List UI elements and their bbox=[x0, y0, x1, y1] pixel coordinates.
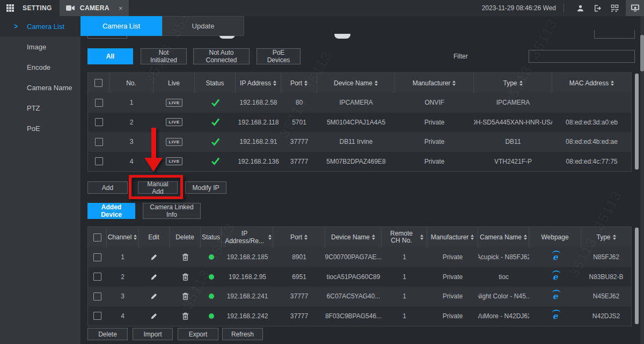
table-scrollbar[interactable] bbox=[635, 228, 639, 324]
col-type[interactable]: Type bbox=[474, 73, 552, 93]
table-scrollbar[interactable] bbox=[635, 74, 639, 170]
row-ip: 192.168.2.136 bbox=[236, 152, 281, 172]
logout-icon[interactable] bbox=[589, 0, 606, 16]
modify-ip-button[interactable]: Modify IP bbox=[185, 181, 226, 194]
tab-added-device[interactable]: Added Device bbox=[87, 203, 135, 219]
row-ip: 192.168.2.241 bbox=[222, 287, 273, 306]
toggle-switch-partial[interactable] bbox=[334, 34, 350, 39]
edit-pencil-icon[interactable] bbox=[150, 312, 158, 320]
edit-pencil-icon[interactable] bbox=[150, 292, 158, 300]
refresh-button[interactable]: Refresh bbox=[222, 328, 263, 340]
apps-grid-icon[interactable] bbox=[0, 0, 20, 16]
row-checkbox[interactable] bbox=[93, 273, 101, 281]
cut-off-button[interactable] bbox=[594, 30, 635, 39]
delete-trash-icon[interactable] bbox=[182, 312, 189, 320]
table-row: 1 LIVE 192.168.2.58 80 IPCAMERA ONVIF IP… bbox=[88, 93, 631, 113]
sort-icon[interactable] bbox=[134, 235, 137, 240]
monitor-icon[interactable] bbox=[626, 0, 644, 16]
col-device-name[interactable]: Device Name bbox=[325, 227, 382, 247]
sort-icon[interactable] bbox=[304, 235, 308, 240]
tab-update[interactable]: Update bbox=[162, 16, 244, 36]
row-checkbox[interactable] bbox=[93, 312, 101, 320]
live-badge[interactable]: LIVE bbox=[166, 138, 182, 146]
tab-camera-linked-info[interactable]: Camera Linked Info bbox=[143, 203, 201, 219]
tab-camera-list[interactable]: Camera List bbox=[80, 16, 162, 36]
filter-not-initialized-button[interactable]: Not Initialized bbox=[141, 48, 187, 64]
export-button[interactable]: Export bbox=[178, 328, 218, 340]
delete-trash-icon[interactable] bbox=[182, 292, 189, 300]
table-row: 3 192.168.2.241 37777 6C07AC5YAG40... 1 … bbox=[88, 287, 631, 306]
row-checkbox[interactable] bbox=[93, 292, 101, 301]
sort-icon[interactable] bbox=[372, 235, 375, 240]
sort-icon[interactable] bbox=[524, 235, 527, 240]
select-all-checkbox[interactable] bbox=[93, 233, 101, 241]
sidebar-item-camera-list[interactable]: > Camera List bbox=[0, 16, 80, 36]
select-all-checkbox[interactable] bbox=[94, 79, 103, 87]
filter-label: Filter bbox=[453, 48, 468, 64]
sort-icon[interactable] bbox=[519, 80, 523, 86]
col-manufacturer[interactable]: Manufacturer bbox=[427, 227, 478, 247]
sidebar-item-encode[interactable]: Encode bbox=[0, 57, 80, 77]
col-type[interactable]: Type bbox=[581, 227, 631, 247]
sort-icon[interactable] bbox=[273, 80, 276, 86]
delete-button[interactable]: Delete bbox=[87, 328, 128, 340]
live-badge[interactable]: LIVE bbox=[166, 118, 182, 126]
qrcode-icon[interactable] bbox=[606, 0, 623, 16]
sidebar-item-image[interactable]: Image bbox=[0, 36, 80, 57]
tab-setting[interactable]: SETTING bbox=[20, 0, 60, 16]
sort-icon[interactable] bbox=[471, 235, 474, 240]
sort-icon[interactable] bbox=[452, 80, 456, 86]
row-remote-ch: 1 bbox=[382, 247, 427, 267]
filter-input[interactable] bbox=[529, 50, 635, 63]
sidebar-item-poe[interactable]: PoE bbox=[0, 118, 80, 138]
webpage-browser-icon[interactable]: e bbox=[553, 252, 558, 262]
edit-pencil-icon[interactable] bbox=[150, 253, 158, 261]
row-checkbox[interactable] bbox=[95, 157, 103, 165]
page-scrollbar-thumb[interactable] bbox=[640, 35, 644, 71]
live-badge[interactable]: LIVE bbox=[166, 99, 182, 107]
row-device-name: tiocA51PAG60C89 bbox=[325, 267, 382, 287]
row-checkbox[interactable] bbox=[95, 138, 103, 146]
row-checkbox[interactable] bbox=[95, 118, 103, 126]
webpage-browser-icon[interactable]: e bbox=[553, 272, 558, 282]
user-icon[interactable] bbox=[572, 0, 589, 16]
webpage-browser-icon[interactable]: e bbox=[553, 311, 558, 321]
row-checkbox[interactable] bbox=[93, 253, 101, 261]
live-badge[interactable]: LIVE bbox=[166, 157, 182, 165]
sort-icon[interactable] bbox=[268, 235, 272, 240]
delete-trash-icon[interactable] bbox=[182, 253, 189, 261]
col-remote-ch-no[interactable]: Remote CH No. bbox=[382, 227, 427, 247]
row-checkbox[interactable] bbox=[95, 99, 103, 107]
webpage-browser-icon[interactable]: e bbox=[553, 291, 558, 301]
close-icon[interactable]: × bbox=[119, 4, 123, 12]
import-button[interactable]: Import bbox=[133, 328, 173, 340]
col-mac-address[interactable]: MAC Address bbox=[552, 73, 631, 93]
status-online-dot bbox=[209, 274, 214, 280]
col-camera-name[interactable]: Camera Name bbox=[478, 227, 529, 247]
setting-label: SETTING bbox=[23, 4, 52, 12]
sidebar-item-camera-name[interactable]: Camera Name bbox=[0, 77, 80, 98]
col-port[interactable]: Port bbox=[281, 73, 317, 93]
delete-trash-icon[interactable] bbox=[182, 273, 189, 281]
sort-icon[interactable] bbox=[375, 80, 378, 86]
col-manufacturer[interactable]: Manufacturer bbox=[395, 73, 474, 93]
filter-all-button[interactable]: All bbox=[87, 48, 133, 64]
row-manufacturer: ONVIF bbox=[395, 93, 474, 113]
sidebar-item-ptz[interactable]: PTZ bbox=[0, 98, 80, 118]
filter-not-auto-connected-button[interactable]: Not Auto Connected bbox=[193, 48, 250, 64]
sort-icon[interactable] bbox=[304, 80, 308, 86]
col-port[interactable]: Port bbox=[273, 227, 325, 247]
col-ip-address[interactable]: IP Address/Re... bbox=[222, 227, 273, 247]
row-mac: 08:ed:ed:4b:ed:ae bbox=[552, 132, 631, 152]
add-button[interactable]: Add bbox=[87, 181, 128, 194]
col-channel[interactable]: Channel bbox=[107, 227, 138, 247]
col-ip-address[interactable]: IP Address bbox=[236, 73, 281, 93]
col-device-name[interactable]: Device Name bbox=[317, 73, 395, 93]
manual-add-button[interactable]: Manual Add bbox=[138, 181, 178, 194]
sort-icon[interactable] bbox=[420, 235, 423, 240]
edit-pencil-icon[interactable] bbox=[150, 273, 158, 281]
tab-camera[interactable]: CAMERA × bbox=[60, 0, 129, 16]
filter-poe-devices-button[interactable]: PoE Devices bbox=[257, 48, 301, 64]
sort-icon[interactable] bbox=[613, 235, 616, 240]
sort-icon[interactable] bbox=[611, 80, 614, 86]
